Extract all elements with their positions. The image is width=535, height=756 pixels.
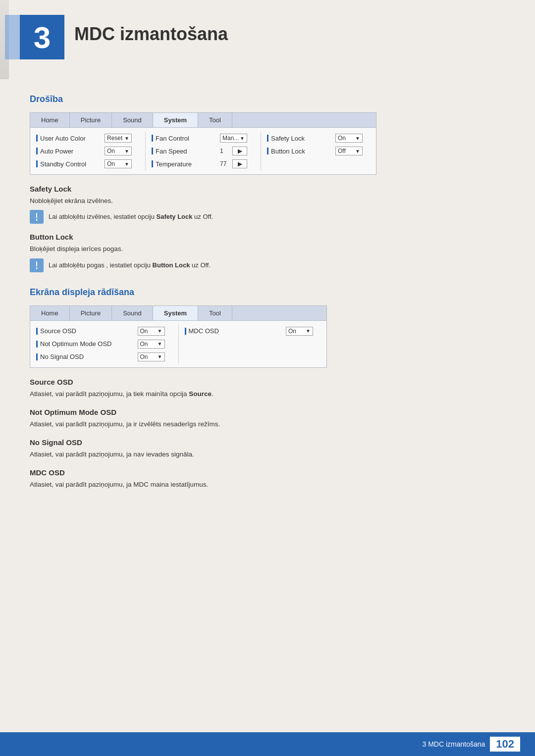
- sub-heading-no-signal: No Signal OSD: [30, 438, 505, 447]
- note-text-button-lock: Lai atbloķētu pogas , iestatiet opciju B…: [49, 258, 211, 270]
- panel-row-button-lock: Button Lock Off ▼: [265, 145, 372, 157]
- content-area: Drošība Home Picture Sound System Tool U…: [0, 69, 535, 524]
- footer-number: 102: [490, 737, 520, 752]
- sub-heading-button-lock: Button Lock: [30, 233, 505, 241]
- panel-table-ekrana: Home Picture Sound System Tool Source OS…: [30, 305, 327, 368]
- panel-row-not-optimum: Not Optimum Mode OSD On ▼: [34, 338, 174, 351]
- body-text-button-lock: Bloķējiet displeja ierīces pogas.: [30, 244, 505, 254]
- sub-heading-mdc-osd: MDC OSD: [30, 468, 505, 477]
- indicator: [36, 341, 38, 348]
- panel-row-temperature: Temperature 77 ▶: [150, 157, 257, 170]
- sub-heading-source-osd: Source OSD: [30, 378, 505, 386]
- section-heading-ekrana: Ekrāna displeja rādīšana: [30, 287, 505, 298]
- footer-text: 3 MDC izmantošana: [422, 740, 485, 748]
- panel-row-fan-control: Fan Control Man... ▼: [150, 132, 257, 145]
- note-icon-safety-lock: [30, 210, 44, 224]
- chapter-number: 3: [34, 20, 51, 55]
- panel-tabs-ekrana: Home Picture Sound System Tool: [30, 306, 326, 321]
- body-text-mdc-osd: Atlasiet, vai parādīt paziņojumu, ja MDC…: [30, 480, 505, 490]
- panel-tabs-drosiba: Home Picture Sound System Tool: [30, 113, 376, 128]
- btn-fan-speed-nav[interactable]: ▶: [232, 147, 247, 155]
- sub-heading-not-optimum: Not Optimum Mode OSD: [30, 408, 505, 416]
- tab-system-2[interactable]: System: [153, 306, 198, 320]
- tab-sound-2[interactable]: Sound: [112, 306, 153, 320]
- tab-tool-1[interactable]: Tool: [198, 113, 232, 127]
- indicator: [267, 135, 268, 142]
- panel-row-user-auto-color: User Auto Color Reset ▼: [34, 132, 141, 145]
- label-standby-control: Standby Control: [40, 160, 86, 168]
- dropdown-safety-lock[interactable]: On ▼: [335, 134, 363, 143]
- panel-ekrana-col-1: Source OSD On ▼ Not Optimum Mode OSD: [30, 325, 179, 363]
- dropdown-standby[interactable]: On ▼: [105, 159, 132, 168]
- page-title: MDC izmantošana: [74, 15, 228, 45]
- label-no-signal: No Signal OSD: [40, 353, 84, 360]
- body-text-source-osd: Atlasiet, vai parādīt paziņojumu, ja tie…: [30, 389, 505, 399]
- panel-row-source-osd: Source OSD On ▼: [34, 325, 174, 338]
- label-temperature: Temperature: [156, 160, 192, 168]
- indicator: [36, 328, 38, 335]
- label-safety-lock: Safety Lock: [271, 135, 305, 142]
- label-source-osd: Source OSD: [40, 327, 76, 335]
- dropdown-source-osd[interactable]: On ▼: [138, 327, 165, 336]
- panel-row-mdc-osd: MDC OSD On ▼: [183, 325, 323, 338]
- indicator: [36, 353, 38, 360]
- panel-row-standby-control: Standby Control On ▼: [34, 157, 141, 170]
- indicator: [36, 148, 38, 154]
- indicator: [185, 328, 186, 335]
- panel-body-drosiba: User Auto Color Reset ▼ Auto Power: [30, 128, 376, 174]
- indicator: [152, 135, 153, 142]
- indicator: [267, 148, 268, 154]
- value-fan-speed: 1: [220, 148, 232, 154]
- indicator: [152, 148, 153, 154]
- dropdown-reset[interactable]: Reset ▼: [105, 134, 132, 143]
- panel-ekrana-col-2: MDC OSD On ▼: [179, 325, 327, 363]
- chapter-number-block: 3: [20, 15, 64, 59]
- tab-home-2[interactable]: Home: [30, 306, 70, 320]
- label-auto-power: Auto Power: [40, 148, 73, 155]
- panel-row-fan-speed: Fan Speed 1 ▶: [150, 145, 257, 157]
- page-header: 3 MDC izmantošana: [0, 0, 535, 69]
- note-text-safety-lock: Lai atbloķētu izvēlnes, iestatiet opciju…: [49, 210, 213, 222]
- btn-temperature-nav[interactable]: ▶: [232, 159, 247, 168]
- section-heading-drosiba: Drošība: [30, 94, 505, 104]
- panel-col-2: Fan Control Man... ▼ Fan Speed: [146, 132, 261, 170]
- panel-col-1: User Auto Color Reset ▼ Auto Power: [30, 132, 146, 170]
- note-icon-button-lock: [30, 258, 44, 272]
- label-mdc-osd: MDC OSD: [189, 327, 219, 335]
- indicator: [152, 160, 153, 167]
- panel-row-auto-power: Auto Power On ▼: [34, 145, 141, 157]
- panel-row-safety-lock: Safety Lock On ▼: [265, 132, 372, 145]
- body-text-safety-lock: Nobloķējiet ekrāna izvēlnes.: [30, 196, 505, 206]
- panel-col-3: Safety Lock On ▼ Button Lock: [261, 132, 376, 170]
- tab-tool-2[interactable]: Tool: [198, 306, 232, 320]
- dropdown-not-optimum[interactable]: On ▼: [138, 340, 165, 349]
- dropdown-auto-power[interactable]: On ▼: [105, 147, 132, 155]
- indicator: [36, 160, 38, 167]
- indicator: [36, 135, 38, 142]
- tab-picture-2[interactable]: Picture: [70, 306, 112, 320]
- panel-body-ekrana: Source OSD On ▼ Not Optimum Mode OSD: [30, 321, 326, 367]
- tab-system-1[interactable]: System: [153, 113, 198, 127]
- dropdown-fan-control[interactable]: Man... ▼: [220, 134, 247, 143]
- label-not-optimum: Not Optimum Mode OSD: [40, 340, 112, 348]
- dropdown-mdc-osd[interactable]: On ▼: [286, 327, 313, 336]
- panel-row-no-signal: No Signal OSD On ▼: [34, 351, 174, 363]
- panel-table-drosiba: Home Picture Sound System Tool User Auto…: [30, 112, 376, 175]
- value-temperature: 77: [220, 160, 232, 167]
- note-box-button-lock: Lai atbloķētu pogas , iestatiet opciju B…: [30, 258, 505, 272]
- tab-sound-1[interactable]: Sound: [112, 113, 153, 127]
- body-text-not-optimum: Atlasiet, vai parādīt paziņojumu, ja ir …: [30, 419, 505, 429]
- body-text-no-signal: Atlasiet, vai parādīt paziņojumu, ja nav…: [30, 450, 505, 459]
- dropdown-no-signal[interactable]: On ▼: [138, 353, 165, 361]
- label-button-lock: Button Lock: [271, 148, 305, 155]
- page-footer: 3 MDC izmantošana 102: [0, 732, 535, 756]
- label-user-auto-color: User Auto Color: [40, 135, 86, 142]
- label-fan-control: Fan Control: [156, 135, 189, 142]
- tab-home-1[interactable]: Home: [30, 113, 70, 127]
- note-box-safety-lock: Lai atbloķētu izvēlnes, iestatiet opciju…: [30, 210, 505, 224]
- label-fan-speed: Fan Speed: [156, 148, 187, 155]
- sub-heading-safety-lock: Safety Lock: [30, 185, 505, 193]
- dropdown-button-lock[interactable]: Off ▼: [335, 147, 363, 155]
- tab-picture-1[interactable]: Picture: [70, 113, 112, 127]
